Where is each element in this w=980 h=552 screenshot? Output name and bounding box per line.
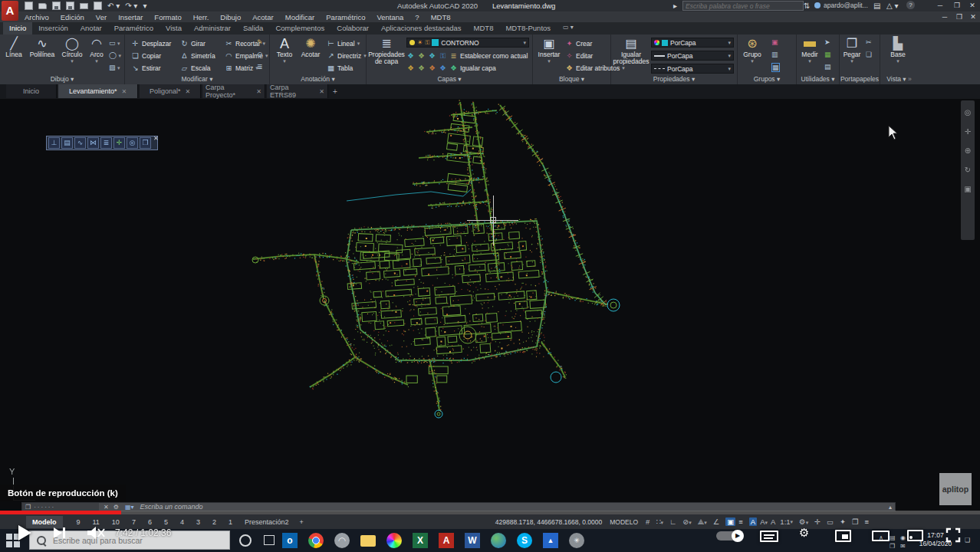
video-subtitles-button[interactable] bbox=[760, 531, 778, 542]
explode-icon[interactable]: ⊙ bbox=[257, 51, 263, 58]
grid-toggle-icon[interactable]: # bbox=[646, 518, 649, 526]
ribbon-tab-parametrico[interactable]: Paramétrico bbox=[108, 22, 159, 34]
layout-tab-6[interactable]: 6 bbox=[148, 518, 152, 526]
layout-tab-presentacion2[interactable]: Presentación2 bbox=[245, 518, 289, 526]
file-tab-poligonal[interactable]: Poligonal*✕ bbox=[140, 84, 201, 98]
quick-select-icon[interactable]: ➤ bbox=[824, 38, 830, 46]
help-icon[interactable]: ? bbox=[906, 1, 915, 9]
menu-dibujo[interactable]: Dibujo bbox=[219, 13, 242, 21]
taskbar-earth-icon[interactable] bbox=[491, 533, 506, 548]
redo-icon[interactable]: ↷ ▾ bbox=[125, 2, 137, 10]
taskbar-word-icon[interactable]: W bbox=[465, 533, 480, 548]
panel-label-bloque[interactable]: Bloque ▾ bbox=[533, 75, 610, 84]
layout-tab-9[interactable]: 9 bbox=[77, 518, 81, 526]
mdt-tool-icon[interactable]: ⊥ bbox=[48, 137, 60, 149]
doc-close-button[interactable]: ✕ bbox=[967, 13, 979, 21]
crosshair-icon[interactable]: ✛ bbox=[814, 518, 821, 526]
menu-ayuda[interactable]: ? bbox=[414, 13, 419, 21]
plot-icon[interactable] bbox=[80, 3, 88, 9]
open-file-icon[interactable] bbox=[38, 3, 47, 9]
taskbar-chrome-icon[interactable] bbox=[308, 533, 324, 548]
crear-button[interactable]: ✦Crear bbox=[565, 38, 592, 48]
mdt-tool-icon[interactable]: ✛ bbox=[113, 137, 125, 149]
desplazar-button[interactable]: ✛Desplazar bbox=[131, 38, 171, 48]
alerts-icon[interactable]: △ ▾ bbox=[886, 2, 899, 10]
girar-button[interactable]: ↻Girar bbox=[180, 38, 206, 48]
pegar-button[interactable]: ❐Pegar▾ bbox=[841, 36, 863, 64]
rectangle-tool-icon[interactable]: ▭ ▾ bbox=[109, 39, 120, 47]
ribbon-tab-vista[interactable]: Vista bbox=[159, 22, 188, 34]
panel-label-utilidades[interactable]: Utilidades ▾ bbox=[797, 75, 839, 84]
texto-button[interactable]: ATexto▾ bbox=[273, 36, 296, 64]
ribbon-tab-inicio[interactable]: Inicio bbox=[3, 22, 32, 34]
isolate-objects-icon[interactable]: ▭ bbox=[827, 518, 834, 526]
help-search-input[interactable] bbox=[682, 1, 804, 11]
ribbon-tab-colaborar[interactable]: Colaborar bbox=[331, 22, 375, 34]
mdt-tool-icon[interactable]: ❐ bbox=[140, 137, 151, 149]
file-tab-carpa-proyecto[interactable]: Carpa Proyecto*✕ bbox=[202, 84, 265, 98]
ribbon-tab-mdt8-puntos[interactable]: MDT8-Puntos bbox=[499, 22, 557, 34]
acotar-button[interactable]: ✺Acotar bbox=[298, 36, 324, 58]
menu-ver[interactable]: Ver bbox=[95, 13, 107, 21]
publish-icon[interactable] bbox=[94, 2, 102, 10]
estirar-button[interactable]: ↘Estirar bbox=[131, 63, 161, 73]
linea-button[interactable]: ╱Línea bbox=[2, 36, 26, 58]
search-arrow-icon[interactable]: ▸ bbox=[673, 2, 677, 10]
save-icon[interactable] bbox=[52, 2, 61, 10]
igualar-propiedades-button[interactable]: ▤Igualar propiedades bbox=[613, 36, 649, 65]
video-autoplay-toggle[interactable]: ▶ bbox=[716, 531, 742, 540]
orbit-icon[interactable]: ↻ bbox=[965, 166, 971, 174]
layer-dropdown[interactable]: ☀ ⚿ CONTORNO ▾ bbox=[406, 38, 529, 48]
doc-restore-button[interactable]: ❐ bbox=[953, 13, 965, 21]
tray-network-icon[interactable]: ◉ bbox=[900, 534, 906, 541]
mdt-tool-icon[interactable]: ▤ bbox=[61, 137, 73, 149]
annotation-scale-icon[interactable]: A bbox=[771, 518, 775, 526]
command-expand-icon[interactable]: ▴ bbox=[889, 504, 892, 511]
video-progress-bar[interactable] bbox=[0, 511, 980, 514]
menu-edicion[interactable]: Edición bbox=[60, 13, 85, 21]
layer-walk-icon[interactable]: ❖ bbox=[406, 64, 415, 72]
copiar-button[interactable]: ❏Copiar bbox=[131, 51, 161, 61]
taskbar-explorer-icon[interactable] bbox=[360, 535, 376, 547]
polar-toggle-icon[interactable]: ⊘▾ bbox=[682, 518, 691, 526]
customization-menu-icon[interactable]: ≡ bbox=[865, 518, 870, 526]
drawing-canvas[interactable] bbox=[0, 99, 980, 502]
layout-tab-11[interactable]: 11 bbox=[93, 518, 100, 526]
annotation-visibility-icon[interactable]: A bbox=[749, 518, 757, 526]
command-window-grip[interactable]: ❐ ······ bbox=[22, 503, 99, 511]
menu-mdt8[interactable]: MDT8 bbox=[430, 13, 452, 21]
video-mute-icon[interactable] bbox=[86, 525, 106, 540]
menu-modificar[interactable]: Modificar bbox=[284, 13, 316, 21]
menu-formato[interactable]: Formato bbox=[153, 13, 182, 21]
layout-tab-7[interactable]: 7 bbox=[132, 518, 136, 526]
layout-tab-3[interactable]: 3 bbox=[196, 518, 200, 526]
task-view-icon[interactable] bbox=[264, 535, 275, 545]
close-tab-icon[interactable]: ✕ bbox=[256, 88, 261, 95]
scale-value[interactable]: 1:1 bbox=[780, 518, 790, 526]
taskbar-outlook-icon[interactable]: o bbox=[282, 533, 298, 548]
ribbon-tab-insercion[interactable]: Inserción bbox=[32, 22, 74, 34]
close-tab-icon[interactable]: ✕ bbox=[319, 88, 324, 95]
color-dropdown[interactable]: PorCapa▾ bbox=[651, 38, 734, 48]
copy-clip-icon[interactable]: ❏ bbox=[866, 51, 872, 58]
menu-insertar[interactable]: Insertar bbox=[117, 13, 143, 21]
layer-lock-icon[interactable]: ⚿ bbox=[439, 51, 447, 61]
offset-icon[interactable]: ≣ bbox=[257, 63, 263, 71]
video-fullscreen-button[interactable] bbox=[945, 527, 961, 543]
file-tab-levantamiento[interactable]: Levantamiento*✕ bbox=[58, 84, 138, 98]
layer-match-icon[interactable]: ❖ bbox=[417, 64, 426, 72]
tray-icon[interactable]: ▤ bbox=[890, 534, 896, 541]
lineweight-toggle-icon[interactable]: ≡ bbox=[738, 518, 743, 526]
linetype-dropdown[interactable]: PorCapa▾ bbox=[651, 64, 734, 74]
taskbar-app-icon[interactable]: ▲ bbox=[543, 533, 558, 548]
mdt-tool-icon[interactable]: ≣ bbox=[100, 137, 112, 149]
layer-off-icon[interactable]: ❖ bbox=[417, 51, 426, 60]
layout-tab-10[interactable]: 10 bbox=[112, 518, 120, 526]
new-file-icon[interactable] bbox=[25, 2, 33, 10]
window-restore-button[interactable]: ❐ bbox=[951, 2, 963, 9]
command-close-icon[interactable]: ✕ bbox=[104, 504, 109, 511]
erase-icon[interactable]: ✎ bbox=[257, 38, 263, 46]
graphics-performance-icon[interactable]: ✦ bbox=[840, 518, 846, 526]
workspace-gear-icon[interactable]: ⚙▾ bbox=[799, 518, 808, 526]
directriz-button[interactable]: ↗Directriz▾ bbox=[327, 51, 367, 61]
